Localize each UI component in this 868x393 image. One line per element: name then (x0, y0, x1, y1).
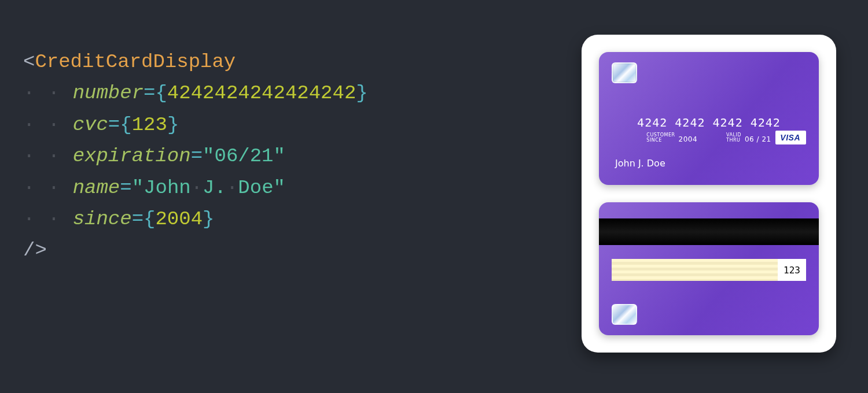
code-line-prop-expiration: expiration="06/21" (23, 140, 550, 172)
customer-since-label: CUSTOMERSINCE (646, 133, 675, 143)
credit-card-front: 4242 4242 4242 4242 CUSTOMERSINCE 2004 V… (599, 52, 819, 185)
card-chip-icon (612, 62, 637, 83)
component-name: CreditCardDisplay (35, 51, 236, 73)
valid-thru-label: VALIDTHRU (726, 133, 741, 143)
card-brand-badge: VISA (775, 131, 806, 144)
signature-lines (612, 259, 778, 281)
code-line-prop-name: name="John·J.·Doe" (23, 172, 550, 203)
hologram-icon (612, 304, 637, 325)
credit-card-back: 123 (599, 202, 819, 335)
code-line-close: /> (23, 235, 550, 266)
valid-thru-value: 06 / 21 (745, 135, 771, 143)
preview-box: 4242 4242 4242 4242 CUSTOMERSINCE 2004 V… (582, 35, 836, 353)
valid-thru: VALIDTHRU 06 / 21 (726, 133, 771, 143)
signature-strip: 123 (612, 259, 806, 281)
magnetic-stripe (599, 218, 819, 245)
preview-pane: 4242 4242 4242 4242 CUSTOMERSINCE 2004 V… (573, 0, 868, 393)
code-line-open: <CreditCardDisplay (23, 46, 550, 77)
card-number: 4242 4242 4242 4242 (599, 116, 819, 129)
cvc-value: 123 (778, 259, 806, 281)
customer-since-value: 2004 (679, 135, 698, 143)
customer-since: CUSTOMERSINCE 2004 (646, 133, 697, 143)
code-line-prop-number: number={4242424242424242} (23, 77, 550, 109)
code-line-prop-since: since={2004} (23, 203, 550, 235)
cardholder-name: John J. Doe (615, 158, 665, 169)
code-line-prop-cvc: cvc={123} (23, 109, 550, 140)
code-snippet: <CreditCardDisplay number={4242424242424… (0, 0, 573, 393)
